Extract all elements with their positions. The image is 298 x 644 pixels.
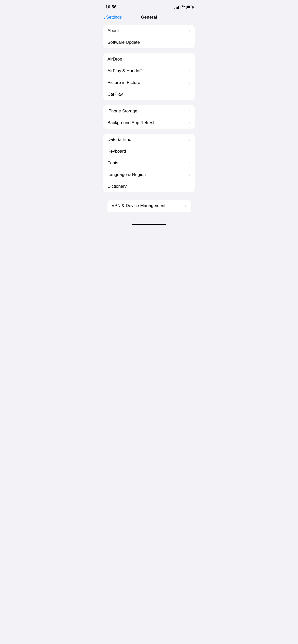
background-app-refresh-chevron-icon: › [189,121,191,125]
settings-row-keyboard[interactable]: Keyboard › [103,145,195,157]
page-title: General [141,15,157,20]
carplay-chevron-icon: › [189,92,191,97]
settings-row-software-update[interactable]: Software Update › [103,37,195,48]
about-chevron-icon: › [189,28,191,33]
fonts-label: Fonts [107,160,118,166]
wifi-icon [181,5,185,9]
background-app-refresh-label: Background App Refresh [107,120,156,125]
fonts-chevron-icon: › [189,161,191,165]
keyboard-chevron-icon: › [189,149,191,154]
date-time-label: Date & Time [107,137,131,142]
settings-row-about[interactable]: About › [103,25,195,37]
settings-row-background-app-refresh[interactable]: Background App Refresh › [103,117,195,129]
battery-icon [186,6,193,9]
status-time: 10:56 [105,5,116,10]
settings-group-1: About › Software Update › [103,25,195,48]
home-indicator-bar [132,224,166,225]
settings-row-carplay[interactable]: CarPlay › [103,89,195,100]
settings-row-fonts[interactable]: Fonts › [103,157,195,169]
settings-group-3: iPhone Storage › Background App Refresh … [103,105,195,129]
airplay-handoff-label: AirPlay & Handoff [107,68,142,74]
bottom-peek-group: VPN & Device Management › [103,197,195,212]
home-indicator [99,222,199,227]
keyboard-label: Keyboard [107,149,126,154]
settings-content: About › Software Update › AirDrop › AirP… [99,23,199,222]
settings-group-4: Date & Time › Keyboard › Fonts › Languag… [103,134,195,192]
settings-row-picture-in-picture[interactable]: Picture in Picture › [103,77,195,89]
nav-bar: ‹ Settings General [99,13,199,23]
iphone-storage-chevron-icon: › [189,109,191,113]
picture-in-picture-label: Picture in Picture [107,80,140,85]
back-label: Settings [106,15,122,20]
vpn-device-management-label: VPN & Device Management [112,203,166,208]
settings-row-iphone-storage[interactable]: iPhone Storage › [103,105,195,117]
settings-row-language-region[interactable]: Language & Region › [103,169,195,181]
settings-group-2: AirDrop › AirPlay & Handoff › Picture in… [103,53,195,100]
iphone-storage-label: iPhone Storage [107,109,137,114]
settings-row-date-time[interactable]: Date & Time › [103,134,195,145]
airdrop-chevron-icon: › [189,57,191,62]
back-chevron-icon: ‹ [103,15,105,20]
date-time-chevron-icon: › [189,137,191,142]
settings-row-airdrop[interactable]: AirDrop › [103,53,195,65]
status-icons [174,5,193,9]
vpn-device-management-chevron-icon: › [185,203,186,208]
picture-in-picture-chevron-icon: › [189,80,191,85]
signal-bars-icon [174,6,179,9]
settings-row-vpn-device-management[interactable]: VPN & Device Management › [107,200,191,212]
language-region-chevron-icon: › [189,172,191,177]
carplay-label: CarPlay [107,92,123,97]
airdrop-label: AirDrop [107,57,122,62]
back-button[interactable]: ‹ Settings [103,15,122,20]
dictionary-chevron-icon: › [189,184,191,189]
software-update-chevron-icon: › [189,40,191,45]
dictionary-label: Dictionary [107,184,127,189]
airplay-handoff-chevron-icon: › [189,69,191,73]
settings-row-dictionary[interactable]: Dictionary › [103,181,195,192]
settings-row-airplay-handoff[interactable]: AirPlay & Handoff › [103,65,195,77]
about-label: About [107,28,119,33]
software-update-label: Software Update [107,40,140,45]
status-bar: 10:56 [99,0,199,13]
language-region-label: Language & Region [107,172,146,177]
